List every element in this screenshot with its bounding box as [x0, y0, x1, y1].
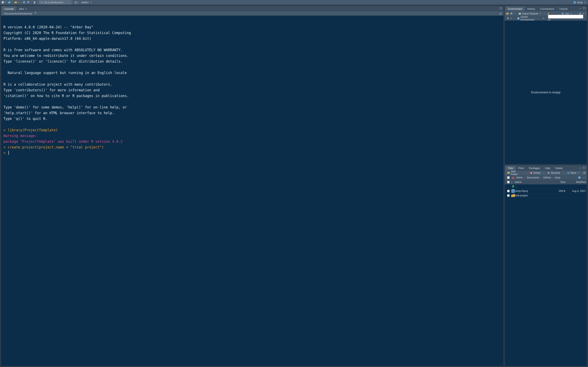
tab-plots[interactable]: Plots — [516, 166, 526, 170]
dropdown-icon: ▼ — [583, 13, 585, 15]
load-workspace-icon[interactable] — [506, 12, 509, 15]
refresh-files-icon[interactable] — [583, 171, 586, 174]
tab-tutorial[interactable]: Tutorial — [557, 7, 570, 11]
language-scope-button[interactable]: R ▼ — [506, 17, 513, 20]
save-all-button[interactable] — [26, 0, 30, 4]
tab-packages[interactable]: Packages — [526, 166, 543, 170]
chevron-right-icon: › — [541, 176, 542, 179]
delete-button[interactable]: Delete — [528, 171, 542, 174]
tab-help[interactable]: Help — [543, 166, 553, 170]
environment-body: Environment is empty — [505, 21, 587, 164]
row-checkbox[interactable] — [507, 194, 510, 197]
svg-rect-18 — [500, 8, 502, 9]
breadcrumb-segment[interactable]: GitHub — [543, 176, 552, 179]
new-project-icon — [8, 1, 11, 4]
select-all-checkbox[interactable] — [507, 181, 510, 183]
pane-maximize-icon[interactable] — [583, 166, 586, 169]
import-dataset-button[interactable]: Import Dataset ▼ — [517, 12, 543, 15]
pane-minimize-icon[interactable] — [579, 166, 582, 169]
tab-jobs[interactable]: Jobs✕ — [16, 7, 29, 11]
pane-maximize-icon[interactable] — [499, 7, 502, 9]
console-working-dir: ~/Documents/GitHub/temp/ — [3, 12, 32, 15]
save-workspace-icon[interactable] — [510, 12, 513, 15]
rename-button[interactable]: Rename — [546, 171, 561, 174]
tab-environment[interactable]: Environment — [506, 7, 525, 11]
goto-arrow-icon — [40, 1, 43, 4]
svg-text:R: R — [574, 2, 576, 3]
chevron-right-icon: › — [553, 176, 553, 179]
env-scope-label: Global Environment — [521, 16, 541, 21]
svg-rect-21 — [511, 13, 512, 13]
env-scope-button[interactable]: Global Environment ▼ — [516, 16, 545, 21]
new-project-button[interactable] — [7, 0, 11, 4]
pane-minimize-icon[interactable] — [579, 7, 582, 9]
dropdown-icon: ▼ — [78, 1, 79, 3]
tab-connections[interactable]: Connections — [537, 7, 557, 11]
dropdown-icon: ▼ — [510, 17, 512, 19]
rename-icon — [547, 171, 550, 174]
tab-history[interactable]: History — [525, 7, 537, 11]
col-modified-header[interactable]: Modified — [567, 181, 586, 184]
folder-icon — [511, 193, 515, 198]
tab-viewer[interactable]: Viewer — [553, 166, 565, 170]
svg-rect-8 — [28, 1, 29, 2]
tools-grid-button[interactable]: ▼ — [74, 0, 80, 4]
svg-rect-10 — [34, 1, 35, 2]
new-folder-button[interactable]: New Folder — [506, 170, 524, 176]
project-menu[interactable]: R temp ▼ — [572, 1, 587, 4]
home-icon[interactable] — [512, 176, 515, 179]
popout-icon[interactable] — [34, 12, 36, 15]
files-tabstrip: FilesPlotsPackagesHelpViewer — [505, 165, 587, 171]
svg-rect-14 — [75, 2, 76, 3]
environment-pane: EnvironmentHistoryConnectionsTutorial Im… — [504, 6, 587, 164]
more-button[interactable]: More ▼ — [566, 171, 580, 174]
addins-menu[interactable]: Addins ▼ — [80, 1, 93, 4]
new-file-button[interactable]: ▼ — [1, 0, 7, 4]
dropdown-icon: ▼ — [17, 1, 19, 3]
goto-file-input[interactable]: Go to file/function — [39, 0, 71, 4]
console-tabstrip: ConsoleJobs✕ — [1, 6, 503, 11]
save-button[interactable] — [22, 0, 26, 4]
breadcrumb-segment[interactable]: Home — [515, 176, 523, 179]
files-pane: FilesPlotsPackagesHelpViewer New Folder … — [504, 165, 587, 366]
close-icon[interactable]: ✕ — [25, 8, 27, 10]
files-row[interactable]: Rtemp.Rproj205 BAug 4, 2021 — [505, 189, 587, 193]
file-size: 205 B — [552, 190, 567, 192]
more-path-icon[interactable]: ⋯ — [583, 176, 586, 179]
tab-console[interactable]: Console — [2, 7, 16, 11]
pane-maximize-icon[interactable] — [583, 7, 586, 9]
new-file-icon — [1, 1, 4, 4]
row-checkbox[interactable] — [507, 190, 510, 192]
breadcrumb-segment[interactable]: Documents — [526, 176, 540, 179]
main-toolbar: ▼ ▼ Go to file/function ▼ Addins ▼ R tem… — [0, 0, 588, 5]
dropdown-icon: ▼ — [577, 172, 579, 174]
project-icon: R — [573, 1, 576, 4]
print-button[interactable] — [33, 0, 36, 4]
environment-tabstrip: EnvironmentHistoryConnectionsTutorial — [505, 6, 587, 11]
console-output[interactable]: R version 4.0.0 (2020-04-24) -- "Arbor D… — [1, 16, 503, 366]
col-size-header[interactable]: Size — [552, 181, 567, 184]
breadcrumb-checkbox[interactable] — [507, 176, 510, 179]
dropdown-icon: ▼ — [5, 1, 7, 3]
more-label: More — [571, 171, 576, 174]
svg-rect-26 — [583, 167, 586, 168]
project-root-icon[interactable] — [578, 176, 581, 179]
workspace: ConsoleJobs✕ ~/Documents/GitHub/temp/ R … — [0, 5, 588, 367]
svg-rect-13 — [76, 1, 77, 2]
files-row[interactable]: trial project — [505, 193, 587, 198]
tab-files[interactable]: Files — [506, 166, 516, 170]
files-toolbar: New Folder Delete Rename More ▼ — [505, 171, 587, 175]
clear-console-icon[interactable] — [499, 12, 502, 15]
dropdown-icon: ▼ — [90, 1, 92, 3]
environment-empty-message: Environment is empty — [531, 91, 561, 94]
breadcrumb-segment[interactable]: temp — [554, 176, 561, 179]
file-name: .. — [515, 185, 552, 188]
env-search-input[interactable] — [548, 15, 583, 18]
svg-text:R: R — [512, 190, 514, 193]
open-file-button[interactable]: ▼ — [13, 0, 20, 4]
files-row-up[interactable]: .. — [505, 184, 587, 189]
col-name-header[interactable]: ▲Name — [511, 181, 552, 184]
dropdown-icon: ▼ — [543, 17, 544, 19]
goto-file-placeholder: Go to file/function — [44, 1, 63, 4]
up-arrow-icon — [511, 184, 515, 189]
